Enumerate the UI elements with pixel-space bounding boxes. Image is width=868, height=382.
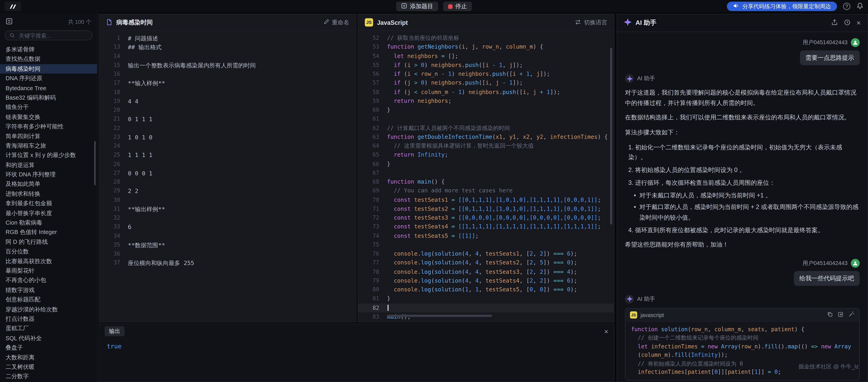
sidebar-item[interactable]: 打点计数器 — [0, 314, 97, 324]
sidebar-item[interactable]: Base32 编码和解码 — [0, 93, 97, 102]
add-problem-button[interactable]: 添加题目 — [396, 2, 438, 11]
line-number: 29 — [99, 186, 120, 196]
ai-avatar — [625, 74, 634, 83]
editor-line: 70 const testSeats1 = [[0,1,1,1],[1,0,1,… — [358, 196, 614, 205]
sidebar-item[interactable]: 链表聚集交换 — [0, 112, 97, 122]
search-box[interactable] — [4, 30, 92, 40]
sidebar-item[interactable]: 最小替换字串长度 — [0, 208, 97, 218]
sidebar-item[interactable]: 字符串有多少种可能性 — [0, 122, 97, 131]
sidebar-item[interactable]: 叠盘子 — [0, 343, 97, 353]
share-button[interactable] — [831, 19, 838, 27]
editor-line: 31**输出样例** — [99, 204, 356, 213]
editor-line: 75 — [358, 240, 614, 249]
sidebar-item[interactable]: 不再贪心的小包 — [0, 276, 97, 285]
line-number: 33 — [99, 222, 120, 232]
switch-language-button[interactable]: 切换语言 — [575, 19, 607, 26]
sidebar-item[interactable]: 百分位数 — [0, 247, 97, 256]
code-line: let infectionTimes = new Array(row_n).fi… — [631, 342, 854, 351]
copy-button[interactable] — [827, 311, 833, 319]
editor-line: 61 — [358, 114, 614, 124]
editor-line: 231 0 1 0 — [99, 133, 356, 142]
sidebar-item[interactable]: 查找热点数据 — [0, 55, 97, 64]
topbar: 添加题目 停止 分享代码练习体验，领限量定制周边 ? — [0, 0, 868, 13]
editor-line: 292 2 — [99, 186, 356, 196]
line-number: 79 — [358, 276, 379, 285]
rename-button[interactable]: 重命名 — [323, 19, 349, 26]
vertical-scrollbar[interactable] — [610, 47, 612, 224]
editor-line: 59 return neighbors; — [358, 97, 614, 106]
line-number: 73 — [358, 222, 379, 232]
line-number: 36 — [99, 249, 120, 258]
sidebar-item[interactable]: 二分数字 — [0, 372, 97, 381]
line-number: 57 — [358, 79, 379, 88]
share-icon — [831, 19, 838, 27]
help-button[interactable]: ? — [843, 3, 850, 10]
line-number: 25 — [99, 150, 120, 160]
editor-line: 270 0 0 1 — [99, 169, 356, 178]
line-number: 19 — [99, 97, 120, 106]
line-number: 60 — [358, 106, 379, 114]
code-editor[interactable]: 52// 获取当前座位的邻居坐标53function getNeighbors(… — [358, 32, 614, 322]
sidebar-item[interactable]: 比赛最高获胜次数 — [0, 256, 97, 266]
problem-editor[interactable]: 1# 问题描述13## 输出格式1415输出一个整数表示病毒感染屋内所有人所需的… — [99, 32, 356, 322]
output-panel: 输出 × true — [98, 323, 614, 382]
close-ai-button[interactable]: × — [857, 19, 861, 27]
editor-line: 18 — [99, 88, 356, 97]
sidebar-item[interactable]: 暴雨梨花针 — [0, 266, 97, 276]
output-tab[interactable]: 输出 — [105, 326, 125, 337]
sidebar-item[interactable]: 猜数字游戏 — [0, 285, 97, 295]
promo-banner-button[interactable]: 分享代码练习体验，领限量定制周边 — [727, 2, 837, 11]
sidebar-item[interactable]: 进制求和转换 — [0, 189, 97, 199]
sidebar-item[interactable]: 穿越沙漠的补给次数 — [0, 304, 97, 314]
editor-line: 194 4 — [99, 97, 356, 106]
sidebar-item[interactable]: Cion 勒索病毒 — [0, 218, 97, 228]
message-sender: 用户04514042443 — [803, 39, 847, 46]
sidebar-item[interactable]: 二叉树伏暖 — [0, 362, 97, 372]
sidebar-item[interactable]: 和的逆运算 — [0, 160, 97, 170]
ai-message-paragraph: 希望这些思路能对你有所帮助，加油！ — [625, 240, 860, 250]
promo-label: 分享代码练习体验，领限量定制周边 — [742, 2, 831, 10]
line-number: 20 — [99, 106, 120, 114]
search-input[interactable] — [18, 32, 87, 39]
sidebar-item[interactable]: SQL 代码补全 — [0, 334, 97, 343]
sidebar-scrollbar[interactable] — [94, 141, 96, 185]
editor-line: 37座位横向和纵向最多 255 — [99, 258, 356, 267]
code-block-header: JSjavascript — [626, 309, 859, 322]
sidebar-item[interactable]: 蛋糕工厂 — [0, 324, 97, 334]
horizontal-scrollbar[interactable] — [387, 315, 492, 317]
sidebar-item[interactable]: DNA 序列还原 — [0, 74, 97, 83]
sidebar-item[interactable]: Bytedance Tree — [0, 83, 97, 93]
stop-button[interactable]: 停止 — [443, 2, 472, 11]
sidebar-item[interactable]: 病毒感染时间 — [0, 64, 97, 74]
ai-message-paragraph: 对于这道题，我们首先要理解问题的核心是模拟病毒在给定座位布局和人员戴口罩情况中的… — [625, 88, 860, 108]
close-icon: × — [604, 327, 608, 336]
sidebar-item[interactable]: 环状 DNA 序列整理 — [0, 170, 97, 179]
line-number: 80 — [358, 285, 379, 294]
line-number: 59 — [358, 97, 379, 106]
editor-line: 34 — [99, 232, 356, 240]
notifications-button[interactable] — [857, 2, 864, 11]
sidebar-item[interactable]: 计算位置 x 到 y 的最少步数 — [0, 150, 97, 160]
list-item: 3. 进行循环，每次循环检查当前感染人员周围的座位： — [628, 177, 860, 188]
sidebar-item[interactable]: 简单四则计算 — [0, 131, 97, 141]
sidebar-item[interactable]: 及格如此简单 — [0, 179, 97, 189]
problem-panel-header: 病毒感染时间 重命名 — [99, 14, 356, 31]
close-output-button[interactable]: × — [604, 327, 608, 335]
insert-code-button[interactable] — [838, 311, 844, 319]
sidebar-item[interactable]: 创意标题匹配 — [0, 295, 97, 304]
wand-button[interactable] — [848, 311, 855, 319]
history-icon — [844, 19, 851, 27]
sidebar-item[interactable]: 拿到最多红包金额 — [0, 199, 97, 208]
app-logo[interactable] — [4, 2, 21, 11]
history-button[interactable] — [844, 19, 851, 27]
sidebar-item[interactable]: 猫鱼分干 — [0, 103, 97, 112]
sidebar-item[interactable]: 大数和距离 — [0, 353, 97, 362]
chat-area: 用户04514042443需要一点思路提示AI 助手对于这道题，我们首先要理解问… — [617, 33, 867, 382]
editor-line: 65 return Infinity; — [358, 150, 614, 160]
sidebar-item[interactable]: 青海湖租车之旅 — [0, 141, 97, 150]
code-line: function solution(row_n, column_m, seats… — [631, 325, 854, 334]
sidebar-item[interactable]: 多米诺骨牌 — [0, 45, 97, 55]
sidebar-item[interactable]: RGB 色值转 Integer — [0, 228, 97, 237]
javascript-icon: JS — [630, 312, 637, 319]
sidebar-item[interactable]: 阿 D 的飞行路线 — [0, 237, 97, 247]
